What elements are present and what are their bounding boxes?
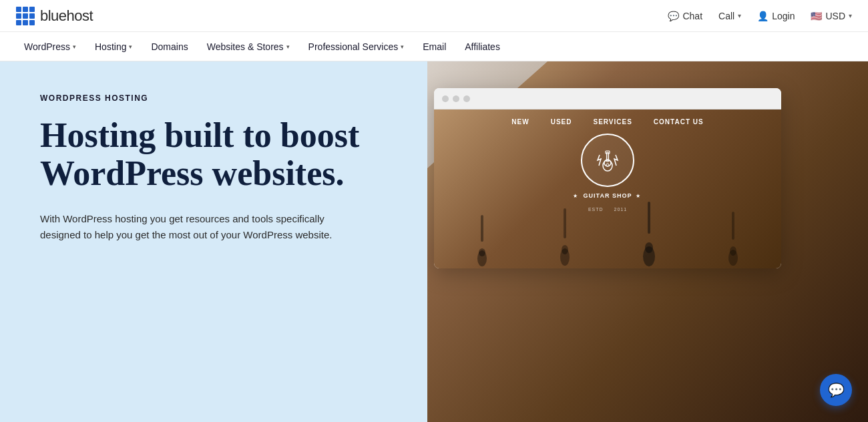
nav-item-hosting[interactable]: Hosting ▾ — [87, 32, 140, 61]
header-right: 💬 Chat Call ▾ 👤 Login 🇺🇸 USD ▾ — [668, 11, 852, 21]
estd-year: 2011 — [614, 207, 628, 212]
guitar-nav-new: NEW — [511, 118, 529, 126]
chat-widget-icon: 💬 — [828, 382, 845, 398]
currency-caret-icon: ▾ — [849, 12, 852, 19]
hero-section: WORDPRESS HOSTING Hosting built to boost… — [0, 61, 868, 422]
professional-caret-icon: ▾ — [401, 43, 404, 50]
hosting-caret-icon: ▾ — [129, 43, 132, 50]
browser-chrome — [434, 88, 781, 110]
nav-label-domains: Domains — [151, 41, 188, 52]
logo-grid-icon — [16, 7, 35, 25]
estd-row: ESTD 2011 — [588, 207, 627, 212]
svg-point-17 — [730, 246, 736, 256]
currency-label: USD — [825, 11, 845, 21]
hero-heading: Hosting built to boost WordPress website… — [40, 116, 387, 192]
chat-label: Chat — [682, 11, 702, 21]
nav-label-hosting: Hosting — [95, 41, 126, 52]
estd-text: ESTD — [588, 207, 604, 212]
svg-rect-15 — [732, 212, 734, 240]
guitar-stars: ★ GUITAR SHOP ★ — [573, 192, 643, 199]
svg-rect-12 — [648, 202, 650, 234]
flag-icon: 🇺🇸 — [811, 11, 822, 21]
nav-label-affiliates: Affiliates — [465, 41, 500, 52]
guitar-logo-circle — [581, 134, 634, 187]
guitar-1-icon — [476, 215, 488, 268]
chat-link[interactable]: 💬 Chat — [668, 11, 702, 21]
guitar-shop-name: GUITAR SHOP — [584, 192, 632, 199]
nav-label-email: Email — [423, 41, 446, 52]
nav-item-websites-stores[interactable]: Websites & Stores ▾ — [199, 32, 298, 61]
svg-point-11 — [562, 245, 568, 254]
nav-item-professional-services[interactable]: Professional Services ▾ — [300, 32, 413, 61]
svg-point-8 — [479, 248, 485, 256]
call-link[interactable]: Call ▾ — [718, 11, 741, 21]
hero-right-panel: NEW USED SERVICES CONTACT US — [427, 61, 868, 422]
chat-widget-button[interactable]: 💬 — [820, 374, 852, 406]
nav-label-wordpress: WordPress — [24, 41, 70, 52]
browser-dot-2 — [453, 95, 459, 102]
guitar-site-logo: ★ GUITAR SHOP ★ ESTD 2011 — [581, 134, 634, 187]
nav-item-domains[interactable]: Domains — [143, 32, 196, 61]
guitar-nav-services: SERVICES — [593, 118, 632, 126]
header-top: bluehost 💬 Chat Call ▾ 👤 Login 🇺🇸 USD ▾ — [0, 0, 868, 32]
hero-body: With WordPress hosting you get resources… — [40, 211, 361, 243]
nav-item-affiliates[interactable]: Affiliates — [457, 32, 508, 61]
main-nav: WordPress ▾ Hosting ▾ Domains Websites &… — [0, 32, 868, 61]
logo-text: bluehost — [40, 7, 93, 25]
currency-selector[interactable]: 🇺🇸 USD ▾ — [811, 11, 852, 21]
browser-dot-3 — [463, 95, 470, 102]
svg-point-14 — [645, 242, 653, 253]
guitar-site-nav: NEW USED SERVICES CONTACT US — [434, 110, 781, 134]
call-caret-icon: ▾ — [738, 12, 741, 19]
guitar-nav-contact: CONTACT US — [654, 118, 704, 126]
guitar-3-icon — [642, 202, 656, 268]
guitar-2-icon — [559, 208, 571, 268]
guitar-icon — [594, 147, 621, 174]
browser-mockup: NEW USED SERVICES CONTACT US — [434, 88, 781, 268]
call-label: Call — [718, 11, 734, 21]
wordpress-caret-icon: ▾ — [73, 43, 76, 50]
hero-left-panel: WORDPRESS HOSTING Hosting built to boost… — [0, 61, 427, 422]
nav-label-professional-services: Professional Services — [308, 41, 399, 52]
login-link[interactable]: 👤 Login — [757, 11, 795, 21]
login-label: Login — [772, 11, 795, 21]
nav-item-wordpress[interactable]: WordPress ▾ — [16, 32, 84, 61]
nav-label-websites-stores: Websites & Stores — [207, 41, 284, 52]
guitar-4-icon — [727, 212, 739, 268]
svg-rect-9 — [564, 208, 566, 238]
chat-icon: 💬 — [668, 11, 679, 21]
browser-dot-1 — [442, 95, 449, 102]
guitar-nav-used: USED — [551, 118, 572, 126]
nav-item-email[interactable]: Email — [415, 32, 454, 61]
star-right: ★ — [636, 193, 642, 199]
logo-area[interactable]: bluehost — [16, 7, 93, 25]
svg-rect-6 — [481, 215, 483, 242]
browser-body: NEW USED SERVICES CONTACT US — [434, 110, 781, 268]
hero-eyebrow: WORDPRESS HOSTING — [40, 93, 387, 103]
user-icon: 👤 — [757, 11, 769, 21]
websites-caret-icon: ▾ — [286, 43, 290, 50]
star-left: ★ — [573, 193, 580, 199]
